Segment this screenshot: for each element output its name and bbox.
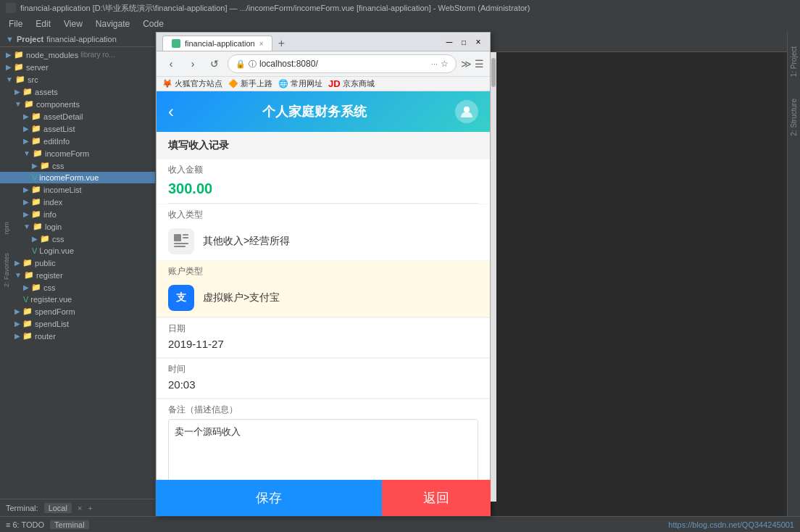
new-tab-button[interactable]: + (274, 36, 288, 51)
back-button[interactable]: 返回 (382, 480, 491, 516)
menu-file[interactable]: File (3, 17, 28, 30)
svg-rect-1 (174, 234, 181, 241)
account-type-label: 账户类型 (157, 261, 490, 279)
svg-point-0 (464, 107, 470, 112)
tree-item[interactable]: ▶📁 editInfo (0, 135, 155, 147)
avatar (455, 100, 478, 123)
svg-rect-3 (183, 237, 188, 238)
app-header: ‹ 个人家庭财务系统 (157, 91, 490, 132)
tree-item[interactable]: ▶📁 assetList (0, 122, 155, 135)
svg-rect-4 (174, 243, 188, 244)
action-buttons: 保存 返回 (156, 480, 491, 516)
income-type-label: 收入类型 (157, 204, 490, 223)
app-content: ‹ 个人家庭财务系统 填写收入记录 收入金额 300.00 收入类型 (157, 91, 490, 515)
app-back-button[interactable]: ‹ (168, 101, 174, 122)
save-button[interactable]: 保存 (156, 480, 382, 516)
account-type-selector[interactable]: 支 虚拟账户>支付宝 (157, 279, 490, 317)
bookmark-jd[interactable]: JD 京东商城 (328, 78, 375, 89)
menu-edit[interactable]: Edit (30, 17, 57, 30)
tree-item[interactable]: ▶📁 spendForm (0, 305, 155, 317)
tree-item[interactable]: ▶📁 css (0, 233, 155, 245)
tree-item[interactable]: ▶📁 spendList (0, 317, 155, 330)
browser-tab-close-icon[interactable]: × (259, 40, 264, 48)
browser-nav: ‹ › ↺ 🔒 ⓘ localhost:8080/ ··· ☆ ≫ ☰ (157, 51, 490, 77)
note-label: 备注（描述信息） (168, 404, 478, 416)
tree-item-router[interactable]: ▶📁 router (0, 330, 155, 342)
tree-item[interactable]: ▼📁 incomeForm (0, 147, 155, 159)
title-bar: financial-application [D:\毕业系统演示\financi… (0, 0, 800, 16)
income-amount-label: 收入金额 (157, 159, 490, 178)
structure-label-2[interactable]: 2: Structure (790, 99, 798, 136)
menu-view[interactable]: View (58, 17, 88, 30)
browser-tabs: financial-application × + ─ □ × (162, 36, 484, 51)
status-url: https://blog.csdn.net/QQ344245001 (668, 520, 794, 529)
tree-item[interactable]: ▶📁 assetDetail (0, 110, 155, 122)
date-label: 日期 (168, 323, 478, 335)
tree-item[interactable]: ▶📁 index (0, 196, 155, 208)
menu-code[interactable]: Code (137, 17, 170, 30)
account-type-field: 账户类型 支 虚拟账户>支付宝 (157, 261, 490, 317)
svg-rect-5 (174, 246, 186, 247)
secure-icon: 🔒 (236, 59, 246, 69)
bookmark-star-icon[interactable]: ☆ (441, 59, 449, 69)
favorites-label[interactable]: 2: Favorites (3, 253, 10, 287)
reload-button[interactable]: ↺ (206, 55, 223, 72)
maximize-button[interactable]: □ (458, 36, 470, 48)
back-nav-button[interactable]: ‹ (162, 55, 180, 72)
terminal-close[interactable]: × (78, 504, 82, 512)
todo-label[interactable]: ≡ 6: TODO (6, 520, 44, 529)
app-title: 个人家庭财务系统 (174, 103, 455, 120)
tree-item[interactable]: ▶📁 css (0, 281, 155, 294)
terminal-bar: Terminal: Local × + (0, 499, 156, 516)
terminal-local-tab[interactable]: Local (44, 503, 72, 513)
url-bar[interactable]: 🔒 ⓘ localhost:8080/ ··· ☆ (228, 54, 457, 73)
nav-icons: ≫ ☰ (461, 58, 484, 70)
svg-rect-2 (183, 234, 188, 236)
close-window-button[interactable]: × (472, 36, 484, 48)
date-field: 日期 2019-11-27 (157, 318, 490, 358)
nav-extra-icon[interactable]: ≫ (461, 58, 472, 70)
tree-item[interactable]: ▶📁 assets (0, 86, 155, 98)
bookmark-firefox[interactable]: 🦊 火狐官方站点 (162, 78, 222, 89)
browser-active-tab[interactable]: financial-application × (162, 36, 272, 51)
tree-item[interactable]: ▼📁 src (0, 73, 155, 86)
tree-item[interactable]: ▶📁 public (0, 257, 155, 269)
browser-scrollbar[interactable] (491, 52, 496, 502)
menu-navigate[interactable]: Navigate (90, 17, 136, 30)
nav-menu-icon[interactable]: ☰ (475, 58, 484, 70)
bookmarks-bar: 🦊 火狐官方站点 🔶 新手上路 🌐 常用网址 JD 京东商城 (157, 77, 490, 91)
date-value: 2019-11-27 (168, 338, 478, 350)
structure-panel: 1: Project 2: Structure (787, 32, 800, 532)
tree-item[interactable]: VLogin.vue (0, 245, 155, 257)
tree-item[interactable]: ▼📁 register (0, 269, 155, 281)
terminal-add[interactable]: + (88, 504, 92, 512)
tree-item[interactable]: ▶📁 incomeList (0, 183, 155, 196)
bookmark-common[interactable]: 🌐 常用网址 (278, 78, 322, 89)
tree-item[interactable]: ▼📁 login (0, 220, 155, 233)
tree-item[interactable]: ▶📁 css (0, 159, 155, 172)
tree-item-active[interactable]: VincomeForm.vue (0, 172, 155, 183)
terminal-status-tab[interactable]: Terminal (50, 520, 89, 529)
scrollbar-thumb (491, 58, 496, 87)
tree-item[interactable]: ▶📁 node_modules library ro... (0, 49, 155, 61)
bookmark-newbie[interactable]: 🔶 新手上路 (228, 78, 272, 89)
time-field: 时间 20:03 (157, 359, 490, 399)
jd-icon: JD (328, 78, 341, 89)
project-header: ▼ Project financial-application (0, 32, 155, 47)
structure-label-1[interactable]: 1: Project (790, 46, 798, 77)
title-text: financial-application [D:\毕业系统演示\financi… (20, 3, 530, 14)
minimize-button[interactable]: ─ (443, 36, 455, 48)
browser-tab-label: financial-application (185, 39, 255, 48)
income-type-selector[interactable]: 其他收入>经营所得 (157, 223, 490, 260)
category-svg-icon (171, 231, 191, 252)
tree-item[interactable]: ▼📁 components (0, 98, 155, 110)
time-value: 20:03 (168, 378, 478, 391)
tree-item-info[interactable]: ▶📁 info (0, 208, 155, 220)
more-icon: ··· (431, 59, 438, 68)
tree-item[interactable]: ▶📁 server (0, 61, 155, 73)
forward-nav-button[interactable]: › (184, 55, 201, 72)
browser-chrome: financial-application × + ─ □ × (157, 33, 490, 51)
newbie-icon: 🔶 (228, 79, 238, 88)
tree-item[interactable]: Vregister.vue (0, 294, 155, 305)
npm-label[interactable]: npm (3, 222, 10, 235)
